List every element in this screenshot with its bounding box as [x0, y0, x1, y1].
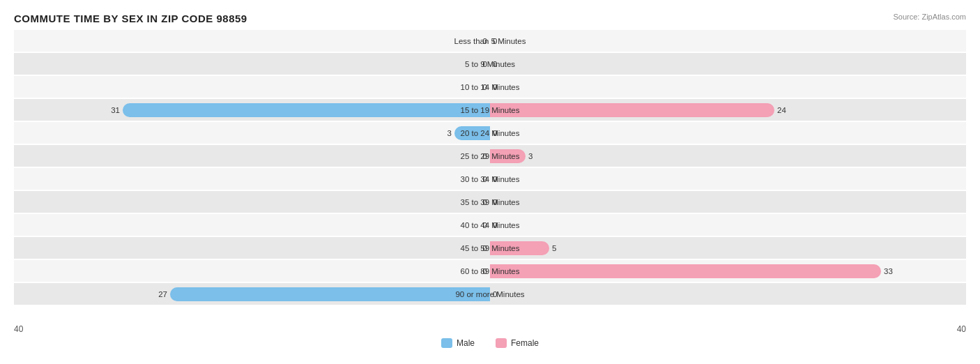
- male-side: 0: [14, 30, 490, 52]
- axis-left-label: 40: [14, 324, 23, 334]
- female-value: 0: [493, 221, 497, 229]
- male-side: 31: [14, 99, 490, 121]
- table-row: 312415 to 19 Minutes: [14, 99, 966, 121]
- male-value: 0: [483, 152, 487, 160]
- female-side: 0: [490, 283, 966, 305]
- male-side: 0: [14, 214, 490, 236]
- male-value: 0: [483, 60, 487, 68]
- table-row: 3020 to 24 Minutes: [14, 122, 966, 144]
- female-side: 24: [490, 99, 966, 121]
- male-side: 0: [14, 237, 490, 259]
- male-bar: [170, 287, 490, 301]
- chart-container: COMMUTE TIME BY SEX IN ZIP CODE 98859 So…: [0, 0, 980, 364]
- female-value: 3: [528, 152, 533, 160]
- female-side: 33: [490, 260, 966, 282]
- female-value: 0: [493, 175, 497, 183]
- male-value: 0: [483, 267, 487, 275]
- male-value: 27: [158, 290, 167, 298]
- male-value: 0: [483, 221, 487, 229]
- table-row: 00Less than 5 Minutes: [14, 30, 966, 52]
- table-row: 0030 to 34 Minutes: [14, 168, 966, 190]
- table-row: 0035 to 39 Minutes: [14, 191, 966, 213]
- axis-labels: 40 40: [14, 324, 966, 334]
- male-side: 0: [14, 53, 490, 75]
- female-side: 3: [490, 145, 966, 167]
- male-value: 0: [483, 83, 487, 91]
- male-side: 0: [14, 168, 490, 190]
- chart-title: COMMUTE TIME BY SEX IN ZIP CODE 98859: [14, 13, 966, 24]
- legend-female: Female: [496, 338, 539, 348]
- female-value: 0: [493, 129, 497, 137]
- female-bar: [490, 149, 526, 163]
- chart-area: 00Less than 5 Minutes005 to 9 Minutes001…: [14, 30, 966, 323]
- male-side: 0: [14, 191, 490, 213]
- female-bar: [490, 241, 549, 255]
- male-side: 3: [14, 122, 490, 144]
- female-value: 0: [493, 60, 497, 68]
- female-side: 5: [490, 237, 966, 259]
- female-side: 0: [490, 168, 966, 190]
- source-text: Source: ZipAtlas.com: [893, 13, 966, 21]
- table-row: 0545 to 59 Minutes: [14, 237, 966, 259]
- male-bar: [454, 126, 490, 140]
- female-side: 0: [490, 30, 966, 52]
- male-side: 0: [14, 76, 490, 98]
- female-value: 0: [493, 37, 497, 45]
- legend-male: Male: [441, 338, 475, 348]
- male-value: 0: [483, 37, 487, 45]
- table-row: 0040 to 44 Minutes: [14, 214, 966, 236]
- legend-male-box: [441, 338, 452, 348]
- female-value: 0: [493, 83, 497, 91]
- table-row: 03360 to 89 Minutes: [14, 260, 966, 282]
- male-value: 31: [111, 106, 120, 114]
- legend-female-label: Female: [511, 338, 539, 348]
- male-side: 27: [14, 283, 490, 305]
- table-row: 005 to 9 Minutes: [14, 53, 966, 75]
- legend-male-label: Male: [457, 338, 475, 348]
- axis-right-label: 40: [957, 324, 966, 334]
- female-value: 0: [493, 290, 497, 298]
- male-value: 0: [483, 198, 487, 206]
- female-side: 0: [490, 53, 966, 75]
- male-value: 0: [483, 175, 487, 183]
- female-value: 0: [493, 198, 497, 206]
- table-row: 0010 to 14 Minutes: [14, 76, 966, 98]
- female-value: 5: [552, 244, 556, 252]
- female-side: 0: [490, 191, 966, 213]
- table-row: 0325 to 29 Minutes: [14, 145, 966, 167]
- male-value: 0: [483, 244, 487, 252]
- legend: Male Female: [14, 338, 966, 348]
- legend-female-box: [496, 338, 507, 348]
- female-value: 24: [777, 106, 786, 114]
- female-side: 0: [490, 122, 966, 144]
- female-side: 0: [490, 214, 966, 236]
- male-side: 0: [14, 145, 490, 167]
- male-bar: [123, 103, 490, 117]
- female-value: 33: [884, 267, 893, 275]
- female-bar: [490, 103, 774, 117]
- female-bar: [490, 264, 881, 278]
- male-side: 0: [14, 260, 490, 282]
- female-side: 0: [490, 76, 966, 98]
- male-value: 3: [447, 129, 452, 137]
- table-row: 27090 or more Minutes: [14, 283, 966, 305]
